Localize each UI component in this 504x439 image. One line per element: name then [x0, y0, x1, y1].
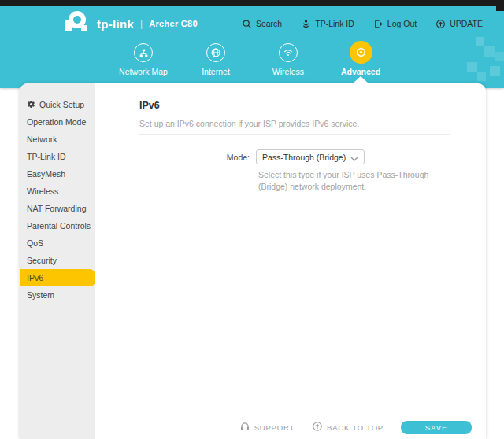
sidebar-item-ipv6[interactable]: IPv6: [20, 269, 95, 286]
sidebar-item-label: NAT Forwarding: [27, 204, 86, 213]
content-panel: Quick Setup Operation Mode Network TP-Li…: [20, 83, 486, 439]
deco-square: [477, 72, 486, 81]
save-button[interactable]: SAVE: [401, 421, 472, 434]
update-button[interactable]: UPDATE: [435, 19, 483, 29]
tab-internet[interactable]: Internet: [180, 41, 252, 76]
back-to-top-label: BACK TO TOP: [327, 423, 384, 432]
sidebar-item-label: System: [27, 290, 54, 300]
sidebar-item-qos[interactable]: QoS: [20, 234, 95, 252]
nav-tabs: Network Map Internet: [0, 41, 504, 76]
tab-internet-label: Internet: [202, 67, 230, 76]
sidebar-item-label: Wireless: [27, 186, 58, 196]
brand-row: tp-link | Archer C80 Search: [0, 6, 504, 36]
tab-network-map-label: Network Map: [119, 67, 168, 76]
top-black-bar: [0, 0, 504, 6]
sidebar-item-label: TP-Link ID: [27, 152, 66, 161]
sidebar-item-label: QoS: [27, 238, 43, 248]
mode-form-row: Mode: Pass-Through (Bridge): [139, 149, 454, 164]
deco-square: [495, 52, 504, 61]
quick-setup-icon: [27, 100, 35, 110]
sidebar-item-label: EasyMesh: [27, 169, 65, 179]
back-to-top-link[interactable]: BACK TO TOP: [312, 421, 384, 433]
sidebar-item-label: IPv6: [27, 273, 43, 282]
mode-hint: Select this type if your ISP uses Pass-T…: [258, 169, 454, 193]
mode-label: Mode:: [139, 153, 250, 162]
sidebar-item-easymesh[interactable]: EasyMesh: [20, 165, 95, 183]
page-description: Set up an IPv6 connection if your ISP pr…: [139, 119, 454, 128]
search-icon: [242, 19, 252, 29]
logout-icon: [373, 19, 384, 29]
brand-model: Archer C80: [149, 19, 198, 28]
logout-label: Log Out: [387, 19, 417, 28]
update-label: UPDATE: [450, 19, 483, 28]
sidebar-item-label: Operation Mode: [27, 117, 86, 127]
wireless-icon: [279, 43, 298, 62]
tab-wireless[interactable]: Wireless: [252, 41, 324, 76]
header: tp-link | Archer C80 Search: [0, 6, 504, 88]
deco-square: [476, 37, 484, 46]
top-black-bar-step: [496, 6, 504, 11]
main-section: IPv6 Set up an IPv6 connection if your I…: [95, 83, 486, 415]
internet-icon: [206, 43, 225, 62]
search-button[interactable]: Search: [242, 19, 282, 29]
tplink-id-label: TP-Link ID: [315, 19, 354, 28]
tplink-id-button[interactable]: TP-Link ID: [301, 19, 354, 29]
deco-square: [490, 66, 500, 76]
tplink-id-icon: [301, 19, 311, 29]
sidebar-item-operation-mode[interactable]: Operation Mode: [20, 113, 95, 131]
brand: tp-link | Archer C80: [58, 11, 198, 36]
sidebar-item-tplink-id[interactable]: TP-Link ID: [20, 148, 95, 165]
deco-square: [484, 46, 495, 57]
advanced-tab-pointer: [352, 76, 369, 84]
footer: SUPPORT BACK TO TOP SAVE: [95, 415, 486, 439]
sidebar-item-label: Network: [27, 135, 57, 144]
sidebar-item-security[interactable]: Security: [20, 252, 95, 269]
search-label: Search: [256, 19, 282, 28]
tab-advanced[interactable]: Advanced: [324, 41, 397, 76]
mode-select-value: Pass-Through (Bridge): [262, 153, 350, 162]
page-title: IPv6: [139, 100, 454, 111]
section-divider: [139, 134, 450, 135]
brand-separator: |: [140, 18, 143, 29]
logout-button[interactable]: Log Out: [373, 19, 417, 29]
sidebar-item-quick-setup[interactable]: Quick Setup: [20, 96, 95, 113]
header-menu: Search TP-Link ID: [242, 19, 483, 29]
sidebar-item-nat-forwarding[interactable]: NAT Forwarding: [20, 200, 95, 217]
chevron-down-icon: [350, 150, 358, 164]
update-icon: [435, 19, 446, 29]
tp-link-logo-icon: [58, 11, 90, 36]
sidebar: Quick Setup Operation Mode Network TP-Li…: [20, 83, 95, 439]
support-link[interactable]: SUPPORT: [239, 421, 295, 433]
sidebar-item-label: Security: [27, 256, 57, 265]
page: tp-link | Archer C80 Search: [0, 0, 504, 439]
support-icon: [239, 421, 250, 433]
content-area: IPv6 Set up an IPv6 connection if your I…: [95, 83, 486, 439]
deco-square: [467, 62, 477, 72]
brand-name: tp-link: [97, 17, 134, 31]
advanced-icon: [350, 41, 372, 64]
sidebar-item-label: Parental Controls: [27, 221, 91, 231]
tab-network-map[interactable]: Network Map: [107, 41, 180, 76]
tab-wireless-label: Wireless: [272, 67, 304, 76]
back-to-top-icon: [312, 421, 323, 433]
sidebar-item-system[interactable]: System: [20, 286, 95, 304]
sidebar-item-parental-controls[interactable]: Parental Controls: [20, 217, 95, 234]
network-map-icon: [134, 43, 153, 62]
sidebar-item-label: Quick Setup: [39, 100, 84, 109]
sidebar-item-wireless[interactable]: Wireless: [20, 183, 95, 200]
sidebar-item-network[interactable]: Network: [20, 131, 95, 148]
tab-advanced-label: Advanced: [341, 67, 380, 76]
mode-select[interactable]: Pass-Through (Bridge): [256, 149, 365, 164]
support-label: SUPPORT: [254, 423, 295, 432]
